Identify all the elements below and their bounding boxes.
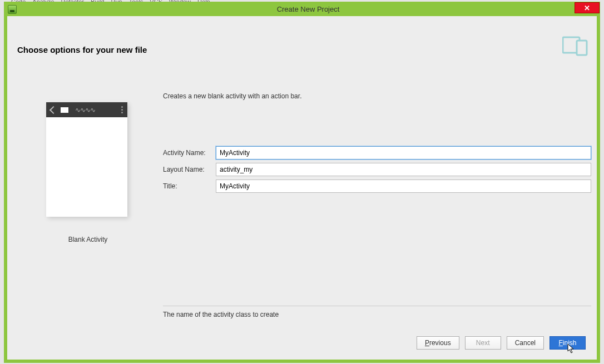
- back-icon: [49, 106, 57, 113]
- hint-text: The name of the activity class to create: [163, 311, 279, 318]
- next-button: Next: [465, 336, 501, 350]
- btn-finish-rest: inish: [563, 339, 577, 347]
- wave-icon: ∿∿∿∿: [75, 106, 121, 114]
- row-activity-name: Activity Name:: [163, 146, 591, 159]
- window-title: Create New Project: [17, 5, 600, 13]
- input-activity-name[interactable]: [216, 146, 591, 159]
- previous-button[interactable]: Previous: [417, 336, 459, 350]
- cancel-button[interactable]: Cancel: [507, 336, 544, 350]
- row-layout-name: Layout Name:: [163, 163, 591, 176]
- device-frame: ∿∿∿∿: [46, 102, 127, 217]
- page-heading: Choose options for your new file: [17, 45, 147, 54]
- btn-prev-rest: revious: [429, 339, 451, 347]
- form: Activity Name: Layout Name: Title:: [163, 146, 591, 196]
- finish-button[interactable]: Finish: [549, 336, 586, 350]
- svg-rect-1: [577, 41, 587, 55]
- label-title: Title:: [163, 182, 216, 190]
- button-bar: Previous Next Cancel Finish: [417, 336, 586, 350]
- template-description: Creates a new blank activity with an act…: [163, 92, 301, 100]
- device-preview-icon: [562, 34, 591, 56]
- app-icon: [8, 5, 17, 14]
- close-button[interactable]: ✕: [575, 2, 600, 13]
- title-bar[interactable]: Create New Project ✕: [4, 2, 600, 16]
- label-activity-name: Activity Name:: [163, 149, 216, 157]
- device-statusbar: ∿∿∿∿: [46, 102, 127, 117]
- dialog-window: Create New Project ✕ Choose options for …: [4, 2, 600, 363]
- template-label: Blank Activity: [46, 236, 130, 243]
- row-title: Title:: [163, 179, 591, 193]
- app-logo-icon: [61, 107, 68, 113]
- close-icon: ✕: [584, 4, 590, 12]
- label-layout-name: Layout Name:: [163, 166, 216, 173]
- template-preview: ∿∿∿∿: [46, 102, 130, 219]
- dialog-body: Choose options for your new file ∿∿∿∿ Bl…: [7, 16, 597, 360]
- input-title[interactable]: [216, 179, 591, 193]
- separator: [163, 306, 591, 306]
- overflow-menu-icon: [121, 106, 123, 113]
- input-layout-name[interactable]: [216, 163, 591, 176]
